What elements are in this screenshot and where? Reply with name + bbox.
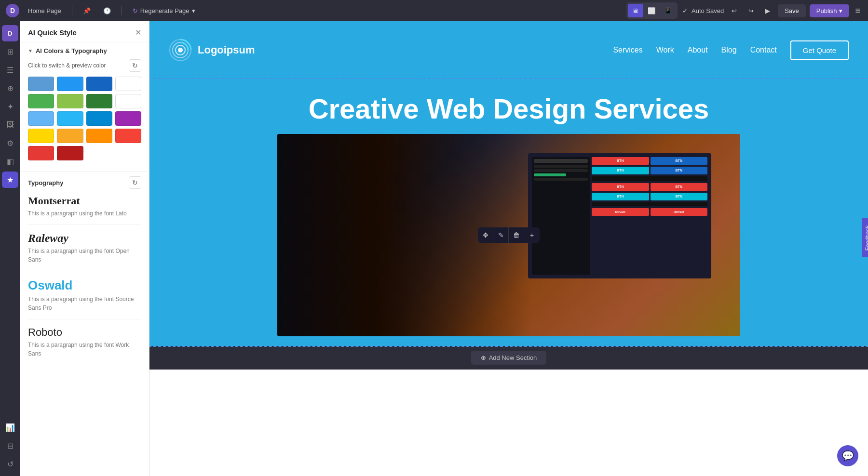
tablet-btn[interactable]: ⬜: [644, 4, 660, 17]
icon-bar-settings[interactable]: ⚙: [2, 135, 18, 151]
swatch-lblue2[interactable]: [57, 111, 83, 126]
home-page-label: Home Page: [28, 7, 61, 14]
redo-btn[interactable]: ↪: [745, 5, 758, 16]
sidebar-close-btn[interactable]: ✕: [135, 28, 141, 37]
icon-bar-media[interactable]: ✦: [2, 98, 18, 115]
swatch-blue3[interactable]: [86, 77, 112, 91]
device-group: 🖥 ⬜ 📱: [626, 2, 678, 19]
swatch-blue1[interactable]: [28, 77, 54, 91]
swatch-blue2[interactable]: [57, 77, 83, 91]
font-item-oswald: Oswald This is a paragraph using the fon…: [28, 278, 141, 319]
main-layout: D ⊞ ☰ ⊕ ✦ 🖼 ⚙ ◧ ★ 📊 ⊟ ↺ AI Quick Style ✕…: [0, 21, 868, 476]
chat-bubble[interactable]: 💬: [837, 445, 858, 466]
swatch-green3[interactable]: [86, 94, 112, 108]
icon-bar-logo[interactable]: D: [2, 25, 18, 41]
hero-image: BTN BTN BTN BTN: [277, 134, 740, 336]
topbar-right: ✓ Auto Saved ↩ ↪ ▶ Save Publish ▾ ≡: [682, 4, 862, 17]
publish-label: Publish: [816, 7, 837, 14]
nav-blog[interactable]: Blog: [721, 46, 737, 54]
swatch-green2[interactable]: [57, 94, 83, 108]
home-page-btn[interactable]: Home Page: [24, 5, 65, 16]
hero-section: Creative Web Design Services: [149, 79, 868, 346]
history-btn[interactable]: 🕐: [99, 5, 115, 16]
color-palette: [28, 77, 141, 160]
icon-bar-history[interactable]: ↺: [2, 456, 18, 472]
auto-saved-label: Auto Saved: [692, 7, 724, 14]
icon-bar-layers[interactable]: ◧: [2, 153, 18, 170]
ft-delete-btn[interactable]: 🗑: [509, 227, 524, 243]
colors-section: ▼ AI Colors & Typography Click to switch…: [20, 42, 149, 171]
regenerate-label: Regenerate Page: [140, 7, 190, 14]
icon-bar-layout[interactable]: ⊞: [2, 43, 18, 60]
sidebar-title: AI Quick Style: [28, 28, 77, 37]
topbar-divider: [72, 6, 72, 15]
icon-bar: D ⊞ ☰ ⊕ ✦ 🖼 ⚙ ◧ ★ 📊 ⊟ ↺: [0, 21, 20, 476]
typography-refresh-btn[interactable]: ↻: [129, 176, 141, 189]
icon-bar-active-tool[interactable]: ★: [2, 172, 18, 188]
regenerate-btn[interactable]: ↻ Regenerate Page ▾: [129, 5, 199, 16]
swatch-red1[interactable]: [115, 129, 141, 143]
swatch-yellow1[interactable]: [28, 129, 54, 143]
topbar-divider2: [122, 6, 122, 15]
add-section-btn[interactable]: ⊕ Add New Section: [471, 351, 547, 365]
nav-cta-btn[interactable]: Get Quote: [790, 40, 849, 60]
ft-edit-btn[interactable]: ✎: [493, 227, 509, 243]
swatch-green1[interactable]: [28, 94, 54, 108]
typography-header: Typography ↻: [28, 176, 141, 189]
ft-move-btn[interactable]: ✥: [478, 227, 493, 243]
font-heading-roboto: Roboto: [28, 326, 141, 339]
monitor-content: BTN BTN BTN BTN: [528, 153, 711, 278]
font-item-roboto: Roboto This is a paragraph using the fon…: [28, 326, 141, 365]
typography-title: Typography: [28, 179, 63, 186]
app-logo[interactable]: D: [6, 4, 19, 17]
website-logo: Logoipsum: [169, 39, 255, 62]
hero-title: Creative Web Design Services: [159, 93, 858, 124]
monitor-main: BTN BTN BTN BTN: [592, 157, 707, 275]
publish-button[interactable]: Publish ▾: [810, 4, 850, 17]
typography-section: Typography ↻ Montserrat This is a paragr…: [20, 171, 149, 376]
website-navbar: Logoipsum Services Work About Blog Conta…: [149, 21, 868, 79]
auto-saved-icon: ✓: [682, 7, 688, 14]
font-item-montserrat: Montserrat This is a paragraph using the…: [28, 195, 141, 225]
color-refresh-btn[interactable]: ↻: [129, 59, 141, 72]
canvas-frame: Logoipsum Services Work About Blog Conta…: [149, 21, 868, 476]
swatch-white2[interactable]: [115, 94, 141, 108]
icon-bar-analytics[interactable]: 📊: [2, 419, 18, 436]
color-switch-label: Click to switch & preview color: [28, 62, 106, 69]
section-header: ▼ AI Colors & Typography: [28, 47, 141, 54]
save-button[interactable]: Save: [778, 4, 806, 17]
mobile-btn[interactable]: 📱: [661, 4, 676, 17]
icon-bar-add[interactable]: ⊕: [2, 80, 18, 96]
icon-bar-page[interactable]: ☰: [2, 62, 18, 78]
swatch-yellow3[interactable]: [86, 129, 112, 143]
publish-chevron: ▾: [839, 7, 842, 14]
swatch-white1[interactable]: [115, 77, 141, 91]
pin-btn[interactable]: 📌: [79, 5, 95, 16]
nav-services[interactable]: Services: [613, 46, 642, 54]
play-btn[interactable]: ▶: [761, 5, 774, 16]
sidebar-header: AI Quick Style ✕: [20, 21, 149, 42]
section-title: AI Colors & Typography: [36, 47, 107, 54]
undo-btn[interactable]: ↩: [728, 5, 741, 16]
topbar-menu-btn[interactable]: ≡: [853, 6, 862, 16]
swatch-lblue1[interactable]: [28, 111, 54, 126]
swatch-red2[interactable]: [28, 146, 54, 160]
swatch-purple1[interactable]: [115, 111, 141, 126]
feedback-tab[interactable]: Feedback: [862, 219, 868, 258]
swatch-yellow2[interactable]: [57, 129, 83, 143]
swatch-lblue3[interactable]: [86, 111, 112, 126]
nav-about[interactable]: About: [688, 46, 708, 54]
swatch-red3[interactable]: [57, 146, 83, 160]
ft-add-btn[interactable]: +: [524, 227, 540, 243]
monitor-sidebar: [532, 157, 590, 275]
desktop-btn[interactable]: 🖥: [628, 4, 643, 17]
icon-bar-image[interactable]: 🖼: [2, 117, 18, 133]
icon-bar-layers2[interactable]: ⊟: [2, 437, 18, 454]
nav-links: Services Work About Blog Contact Get Quo…: [613, 40, 849, 60]
nav-contact[interactable]: Contact: [750, 46, 777, 54]
font-body-montserrat: This is a paragraph using the font Lato: [28, 209, 141, 218]
add-section-icon: ⊕: [481, 354, 486, 361]
color-switch-row: Click to switch & preview color ↻: [28, 59, 141, 72]
floating-toolbar: ✥ ✎ 🗑 +: [478, 227, 540, 243]
nav-work[interactable]: Work: [656, 46, 674, 54]
